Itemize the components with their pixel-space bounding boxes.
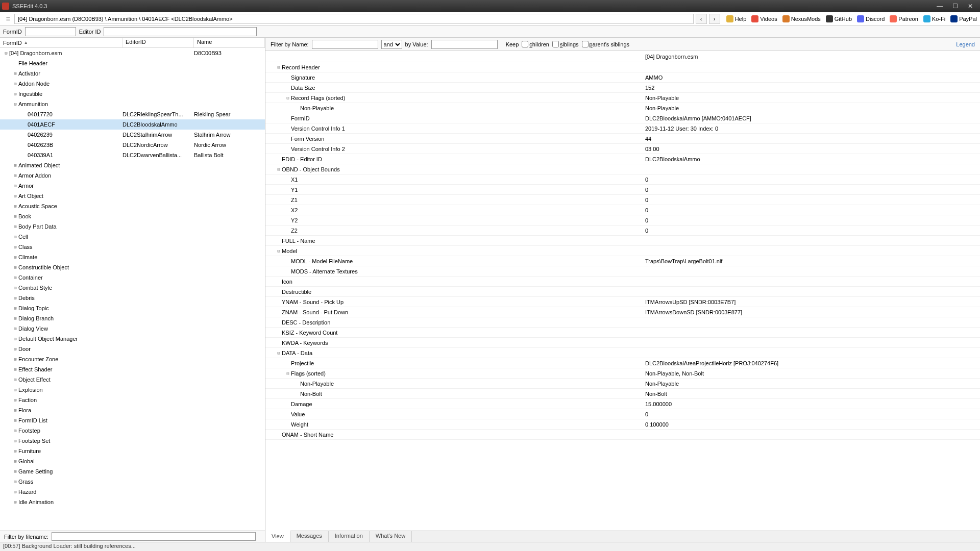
nav-link-paypal[interactable]: PayPal [950,15,977,22]
record-row[interactable]: Y10 [265,185,980,195]
maximize-button[interactable]: ☐ [947,1,963,11]
record-row[interactable]: Value0 [265,409,980,419]
expand-icon[interactable]: ⊞ [12,265,18,270]
expand-icon[interactable]: ⊞ [12,224,18,229]
close-button[interactable]: ✕ [963,1,978,11]
tree-row[interactable]: ⊞Armor Addon [0,170,265,181]
expand-icon[interactable]: ⊞ [12,448,18,454]
tree-row[interactable]: ⊞Dialog Topic [0,303,265,313]
expand-icon[interactable]: ⊞ [12,91,18,96]
tree-row[interactable]: ⊞Idle Animation [0,497,265,507]
expand-icon[interactable]: ⊞ [12,326,18,331]
tree-row[interactable]: ⊞Global [0,456,265,466]
tree-row[interactable]: ⊞Class [0,242,265,252]
record-row[interactable]: EDID - Editor IDDLC2BloodskalAmmo [265,154,980,164]
expand-icon[interactable]: ⊞ [12,367,18,372]
record-row[interactable]: ⊟Flags (sorted)Non-Playable, Non-Bolt [265,368,980,379]
expand-icon[interactable]: ⊟ [276,350,282,356]
record-row[interactable]: Version Control Info 12019-11-12 User: 3… [265,123,980,134]
nav-link-ko-fi[interactable]: Ko-Fi [923,15,945,22]
expand-icon[interactable]: ⊟ [285,95,291,101]
expand-icon[interactable]: ⊞ [12,173,18,178]
expand-icon[interactable]: ⊞ [12,255,18,260]
expand-icon[interactable]: ⊞ [12,499,18,505]
expand-icon[interactable]: ⊟ [276,167,282,172]
legend-link[interactable]: Legend [956,41,975,47]
tree-row[interactable]: ⊞Grass [0,477,265,487]
expand-icon[interactable]: ⊟ [285,371,291,376]
record-row[interactable]: Non-BoltNon-Bolt [265,389,980,399]
tree-row[interactable]: ⊞Faction [0,395,265,405]
expand-icon[interactable]: ⊞ [12,193,18,198]
nav-link-help[interactable]: Help [726,15,747,22]
record-row[interactable]: X10 [265,174,980,185]
record-row[interactable]: ONAM - Short Name [265,430,980,440]
record-row[interactable]: ⊟DATA - Data [265,348,980,358]
tree-row[interactable]: ⊞Hazard [0,487,265,497]
record-row[interactable]: Y20 [265,215,980,226]
tree-row[interactable]: ⊞Footstep [0,425,265,436]
record-row[interactable]: ⊟Record Flags (sorted)Non-Playable [265,93,980,103]
tree-row[interactable]: ⊞Body Part Data [0,221,265,232]
menu-icon[interactable]: ≡ [3,15,12,23]
tree-row[interactable]: ⊞Constructible Object [0,262,265,272]
record-body[interactable]: ⊟Record HeaderSignatureAMMOData Size152⊟… [265,62,980,531]
editorid-input[interactable] [104,27,257,36]
breadcrumb[interactable]: [04] Dragonborn.esm (D8C00B93) \ Ammunit… [14,14,694,24]
tree-row[interactable]: ⊞Climate [0,252,265,262]
tree-row[interactable]: ⊞Flora [0,405,265,415]
tree-header-name[interactable]: Name [194,38,265,47]
expand-icon[interactable]: ⊞ [12,244,18,249]
expand-icon[interactable]: ⊞ [12,234,18,239]
record-row[interactable]: Damage15.000000 [265,399,980,409]
tree-row[interactable]: ⊞Explosion [0,385,265,395]
keep-children-checkbox[interactable]: children [522,41,549,47]
tree-row[interactable]: ⊞Art Object [0,191,265,201]
expand-icon[interactable]: ⊞ [12,438,18,443]
record-row[interactable]: X20 [265,205,980,215]
tab-view[interactable]: View [265,531,290,542]
nav-link-patreon[interactable]: Patreon [890,15,918,22]
expand-icon[interactable]: ⊞ [12,428,18,433]
expand-icon[interactable]: ⊞ [12,71,18,76]
tree-row[interactable]: ⊞Encounter Zone [0,354,265,364]
nav-back-button[interactable]: ‹ [696,14,707,24]
tab-information[interactable]: Information [329,531,370,542]
record-row[interactable]: Non-PlayableNon-Playable [265,103,980,113]
tree-row[interactable]: 0402623BDLC2NordicArrowNordic Arrow [0,140,265,150]
tree-row[interactable]: ⊟Ammunition [0,99,265,109]
expand-icon[interactable]: ⊞ [12,336,18,341]
record-row[interactable]: KSIZ - Keyword Count [265,328,980,338]
expand-icon[interactable]: ⊞ [12,81,18,86]
expand-icon[interactable]: ⊞ [12,408,18,413]
expand-icon[interactable]: ⊞ [12,346,18,352]
filter-name-input[interactable] [312,40,378,49]
record-row[interactable]: Weight0.100000 [265,419,980,430]
tree-row[interactable]: ⊞Dialog View [0,323,265,334]
record-row[interactable]: SignatureAMMO [265,72,980,83]
expand-icon[interactable]: ⊞ [12,285,18,290]
filter-value-input[interactable] [431,40,498,49]
expand-icon[interactable]: ⊞ [12,183,18,188]
tree-row[interactable]: ⊞Animated Object [0,160,265,170]
nav-link-nexusmods[interactable]: NexusMods [782,15,821,22]
nav-link-discord[interactable]: Discord [857,15,885,22]
tree-row[interactable]: ⊞Acoustic Space [0,201,265,211]
record-row[interactable]: Data Size152 [265,83,980,93]
record-row[interactable]: FormIDDLC2BloodskalAmmo [AMMO:0401AECF] [265,113,980,123]
record-row[interactable]: ⊟Model [265,246,980,256]
record-row[interactable]: Destructible [265,287,980,297]
tree-row[interactable]: ⊞Debris [0,293,265,303]
nav-link-github[interactable]: GitHub [826,15,852,22]
tree-row[interactable]: 04026239DLC2StalhrimArrowStalhrim Arrow [0,130,265,140]
record-row[interactable]: Version Control Info 203 00 [265,144,980,154]
tree-row[interactable]: ⊞Book [0,211,265,221]
expand-icon[interactable]: ⊞ [12,489,18,494]
expand-icon[interactable]: ⊞ [12,204,18,209]
tree-row[interactable]: File Header [0,58,265,68]
expand-icon[interactable]: ⊞ [12,214,18,219]
record-row[interactable]: MODS - Alternate Textures [265,266,980,277]
tree-row[interactable]: ⊞Addon Node [0,79,265,89]
tree-row[interactable]: ⊞Object Effect [0,374,265,385]
tree-row[interactable]: 0401AECFDLC2BloodskalAmmo [0,119,265,130]
